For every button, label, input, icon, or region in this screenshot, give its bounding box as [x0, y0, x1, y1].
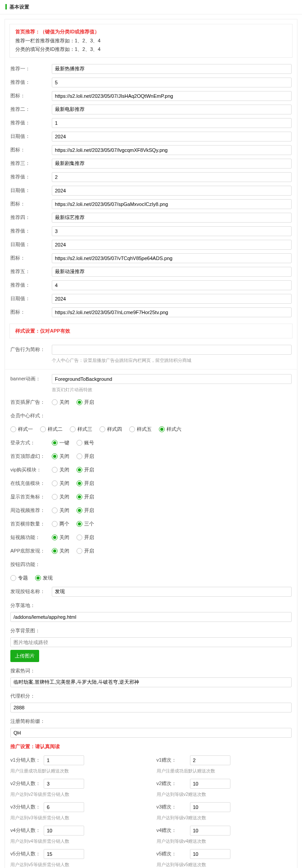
rec-4-save-input[interactable]: [52, 280, 292, 290]
app-discover-on[interactable]: 开启: [77, 548, 94, 554]
discover-btn-name-input[interactable]: [52, 587, 292, 597]
promo-right-3-label: v4赠次：: [157, 827, 190, 834]
login-mode-label: 登录方式：: [10, 439, 52, 446]
promo-right-2-label: v3赠次：: [157, 804, 190, 810]
member-style-opt-1[interactable]: 样式二: [40, 426, 63, 433]
share-url-label: 分享落地：: [10, 602, 52, 609]
rec-0-save-input[interactable]: [52, 78, 292, 87]
vip-buy-on[interactable]: 开启: [77, 466, 94, 473]
member-style-opt-3[interactable]: 样式四: [99, 426, 122, 433]
splash-ad-on[interactable]: 开启: [77, 399, 94, 406]
style-warning: 样式设置：仅对APP有效: [9, 324, 293, 338]
promo-right-2-hint: 用户达到等级v3赠送次数: [157, 814, 292, 824]
short-video-on[interactable]: 开启: [77, 534, 94, 541]
rec-0-title-input[interactable]: [52, 64, 292, 74]
show-home-off[interactable]: 关闭: [52, 493, 69, 500]
rec-3-title-label: 推荐四：: [10, 214, 52, 221]
promo-right-1-hint: 用户达到等级v2赠送次数: [157, 790, 292, 800]
rec-2-save-input[interactable]: [52, 172, 292, 182]
rec-3-icon-label: 图标：: [10, 255, 52, 261]
short-video-off[interactable]: 关闭: [52, 534, 69, 541]
around-rec-off[interactable]: 关闭: [52, 507, 69, 514]
promo-warning: 推广设置：请认真阅读: [10, 740, 292, 754]
promo-left-4-input[interactable]: [44, 849, 84, 859]
banner-hint: 首页幻灯片动画特效: [5, 386, 297, 396]
promo-right-4-input[interactable]: [190, 849, 230, 859]
login-mode-a[interactable]: 一键: [52, 439, 69, 446]
rec-3-save-input[interactable]: [52, 226, 292, 236]
share-bg-input[interactable]: [10, 637, 292, 647]
top-slide-on[interactable]: 开启: [77, 453, 94, 460]
rec-3-icon-input[interactable]: [52, 253, 292, 263]
rec-4-date-label: 日期值：: [10, 295, 52, 302]
banner-input[interactable]: [52, 374, 292, 384]
member-style-opt-0[interactable]: 样式一: [10, 426, 33, 433]
rec-2-save-label: 推荐值：: [10, 174, 52, 180]
promo-left-3-input[interactable]: [44, 826, 84, 836]
ad-behavior-label: 广告行为简称：: [10, 346, 52, 353]
member-style-opt-4[interactable]: 样式五: [129, 426, 152, 433]
rec-2-icon-input[interactable]: [52, 199, 292, 209]
promo-left-0-input[interactable]: [44, 755, 84, 765]
rec-3-date-label: 日期值：: [10, 241, 52, 248]
promo-right-4-label: v5赠次：: [157, 850, 190, 857]
promo-right-0-hint: 用户注册成功后默认赠送次数: [157, 767, 292, 777]
rec-0-icon-input[interactable]: [52, 91, 292, 101]
share-url-input[interactable]: [10, 612, 292, 622]
rec-1-save-label: 推荐值：: [10, 119, 52, 126]
app-discover-off[interactable]: 关闭: [52, 548, 69, 554]
promo-left-2-input[interactable]: [44, 802, 84, 812]
search-hot-input[interactable]: [10, 677, 292, 687]
agent-points-input[interactable]: [10, 703, 292, 713]
ad-behavior-input[interactable]: [52, 345, 292, 355]
promo-right-1-input[interactable]: [190, 779, 230, 789]
online-cz-off[interactable]: 关闭: [52, 480, 69, 487]
promo-right-2-input[interactable]: [190, 802, 230, 812]
rec-1-save-input[interactable]: [52, 118, 292, 128]
member-style-opt-5[interactable]: 样式六: [159, 426, 181, 433]
rec-3-date-input[interactable]: [52, 240, 292, 250]
rec-3-title-input[interactable]: [52, 213, 292, 223]
home-rows-a[interactable]: 两个: [52, 521, 69, 527]
promo-right-3-hint: 用户达到等级v4赠送次数: [157, 837, 292, 847]
splash-ad-off[interactable]: 关闭: [52, 399, 69, 406]
promo-left-0-label: v1分销人数：: [10, 757, 44, 763]
rec-1-title-input[interactable]: [52, 105, 292, 114]
member-style-opt-2[interactable]: 样式三: [70, 426, 92, 433]
rec-1-icon-label: 图标：: [10, 146, 52, 153]
rec-1-date-input[interactable]: [52, 132, 292, 142]
promo-right-0-label: v1赠次：: [157, 757, 190, 763]
home-rows-b[interactable]: 三个: [77, 521, 94, 527]
show-home-on[interactable]: 开启: [77, 493, 94, 500]
online-cz-on[interactable]: 开启: [77, 480, 94, 487]
promo-left-1-input[interactable]: [44, 779, 84, 789]
reg-prefix-input[interactable]: [10, 728, 292, 738]
rec-0-save-label: 推荐值：: [10, 79, 52, 86]
rec-1-icon-input[interactable]: [52, 145, 292, 155]
btn4-a[interactable]: 专题: [10, 575, 28, 581]
promo-right-0-input[interactable]: [190, 755, 230, 765]
agent-points-label: 代理积分：: [10, 693, 52, 699]
rec-4-date-input[interactable]: [52, 294, 292, 304]
promo-right-3-input[interactable]: [190, 826, 230, 836]
rec-3-save-label: 推荐值：: [10, 228, 52, 234]
rec-2-date-input[interactable]: [52, 186, 292, 196]
app-discover-label: APP底部发现：: [10, 548, 52, 554]
promo-left-2-hint: 用户达到v3等级所需分销人数: [10, 814, 146, 824]
rec-1-date-label: 日期值：: [10, 133, 52, 140]
top-slide-label: 首页顶部虚幻：: [10, 453, 52, 460]
around-rec-on[interactable]: 开启: [77, 507, 94, 514]
login-mode-b[interactable]: 账号: [77, 439, 94, 446]
vip-buy-off[interactable]: 关闭: [52, 466, 69, 473]
vip-buy-label: vip购买模块：: [10, 466, 52, 473]
promo-right-4-hint: 用户达到等级v5赠送次数: [157, 861, 292, 868]
btn4-b[interactable]: 发现: [35, 575, 53, 581]
rec-4-icon-input[interactable]: [52, 307, 292, 317]
reg-prefix-label: 注册简称前缀：: [10, 718, 52, 725]
rec-4-title-input[interactable]: [52, 267, 292, 277]
upload-image-button[interactable]: 上传图片: [10, 650, 39, 662]
rec-4-title-label: 推荐五：: [10, 268, 52, 275]
rec-2-title-input[interactable]: [52, 159, 292, 169]
rec-2-date-label: 日期值：: [10, 187, 52, 194]
top-slide-off[interactable]: 关闭: [52, 453, 69, 460]
